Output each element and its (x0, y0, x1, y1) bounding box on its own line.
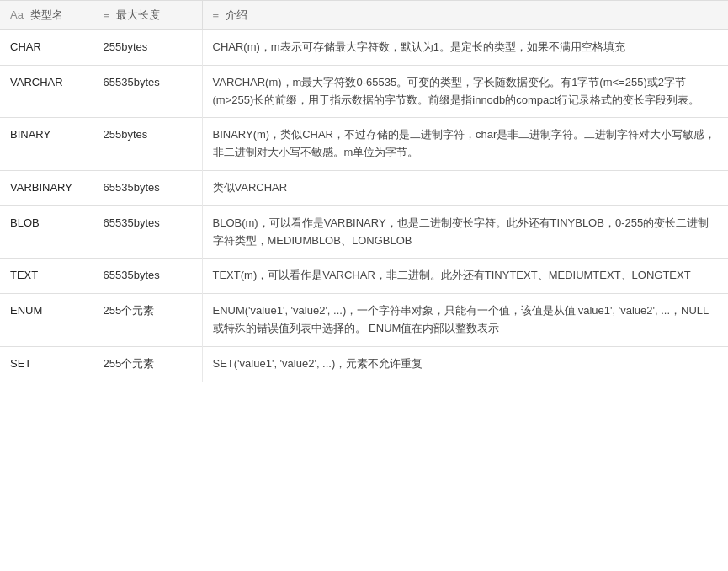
header-max-length: ≡ 最大长度 (93, 1, 202, 30)
cell-type-name: ENUM (0, 294, 93, 347)
table-row: TEXT65535bytesTEXT(m)，可以看作是VARCHAR，非二进制。… (0, 259, 728, 294)
cell-max-length: 255bytes (93, 30, 202, 66)
type-name-icon: Aa (10, 8, 24, 21)
header-description-label: 介绍 (226, 8, 247, 21)
table-row: CHAR255bytesCHAR(m)，m表示可存储最大字符数，默认为1。是定长… (0, 30, 728, 66)
cell-type-name: VARBINARY (0, 170, 93, 205)
cell-type-name: BINARY (0, 118, 93, 171)
cell-max-length: 255个元素 (93, 346, 202, 382)
cell-type-name: TEXT (0, 259, 93, 294)
table-row: VARBINARY65535bytes类似VARCHAR (0, 170, 728, 205)
table-row: SET255个元素SET('value1', 'value2', ...)，元素… (0, 346, 728, 382)
cell-description: CHAR(m)，m表示可存储最大字符数，默认为1。是定长的类型，如果不满用空格填… (202, 30, 728, 66)
table-row: ENUM255个元素ENUM('value1', 'value2', ...)，… (0, 294, 728, 347)
cell-description: ENUM('value1', 'value2', ...)，一个字符串对象，只能… (202, 294, 728, 347)
table-row: VARCHAR65535bytesVARCHAR(m)，m最大字符数0-6553… (0, 65, 728, 118)
table-row: BLOB65535bytesBLOB(m)，可以看作是VARBINARY，也是二… (0, 205, 728, 259)
cell-max-length: 65535bytes (93, 205, 202, 259)
cell-type-name: CHAR (0, 30, 93, 66)
header-type-name-label: 类型名 (30, 8, 63, 21)
cell-type-name: VARCHAR (0, 65, 93, 118)
data-types-table: Aa 类型名 ≡ 最大长度 ≡ 介绍 CHAR255bytesCHAR(m)，m… (0, 0, 728, 382)
cell-description: TEXT(m)，可以看作是VARCHAR，非二进制。此外还有TINYTEXT、M… (202, 259, 728, 294)
header-type-name: Aa 类型名 (0, 1, 93, 30)
header-description: ≡ 介绍 (202, 1, 728, 30)
cell-max-length: 65535bytes (93, 170, 202, 205)
cell-max-length: 65535bytes (93, 259, 202, 294)
cell-type-name: SET (0, 346, 93, 382)
cell-max-length: 255个元素 (93, 294, 202, 347)
description-icon: ≡ (213, 8, 220, 21)
cell-description: SET('value1', 'value2', ...)，元素不允许重复 (202, 346, 728, 382)
table-row: BINARY255bytesBINARY(m)，类似CHAR，不过存储的是二进制… (0, 118, 728, 171)
cell-max-length: 255bytes (93, 118, 202, 171)
cell-max-length: 65535bytes (93, 65, 202, 118)
cell-description: BLOB(m)，可以看作是VARBINARY，也是二进制变长字符。此外还有TIN… (202, 205, 728, 259)
cell-description: VARCHAR(m)，m最大字符数0-65535。可变的类型，字长随数据变化。有… (202, 65, 728, 118)
header-max-length-label: 最大长度 (116, 8, 160, 21)
cell-description: BINARY(m)，类似CHAR，不过存储的是二进制字符，char是非二进制字符… (202, 118, 728, 171)
cell-description: 类似VARCHAR (202, 170, 728, 205)
cell-type-name: BLOB (0, 205, 93, 259)
max-length-icon: ≡ (104, 8, 110, 21)
